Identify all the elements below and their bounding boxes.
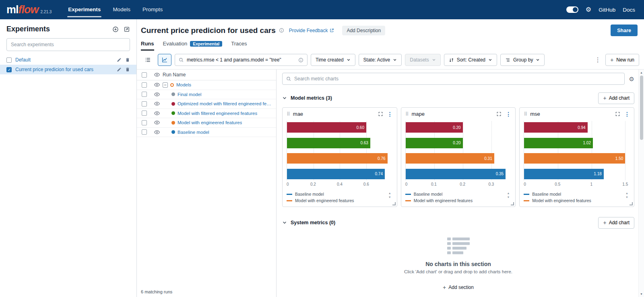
run-name-link[interactable]: Model with filtered engineered features (178, 111, 257, 116)
run-row[interactable]: Optimized model with filtered engineered… (137, 99, 276, 109)
bar[interactable]: 0.35 (406, 169, 506, 179)
resize-handle[interactable] (511, 202, 514, 205)
scroll-down-icon[interactable]: ▼ (507, 196, 510, 199)
bar[interactable]: 1.50 (524, 153, 625, 164)
visibility-toggle-icon[interactable] (151, 101, 163, 107)
experiment-checkbox[interactable] (6, 67, 12, 72)
run-row[interactable]: Final model (137, 90, 276, 100)
nav-link-docs[interactable]: Docs (623, 7, 635, 13)
legend-scroll-arrows[interactable]: ▲▼ (507, 192, 510, 199)
open-experiment-icon[interactable] (124, 26, 130, 33)
bar[interactable]: 0.76 (287, 153, 388, 164)
delete-experiment-icon[interactable] (125, 57, 130, 62)
provide-feedback-link[interactable]: Provide Feedback (289, 28, 334, 33)
delete-experiment-icon[interactable] (125, 67, 130, 72)
drag-handle-icon[interactable]: ⠿ (287, 112, 290, 117)
filter-time-created[interactable]: Time created (311, 54, 355, 66)
bar[interactable]: 0.60 (287, 122, 366, 133)
scroll-up-icon[interactable]: ▲ (625, 192, 628, 195)
vertical-scrollbar[interactable]: ▲ ▼ (638, 70, 644, 297)
chart-settings-gear-icon[interactable]: ⚙ (629, 76, 634, 82)
nav-link-github[interactable]: GitHub (599, 7, 615, 13)
theme-toggle[interactable] (566, 6, 578, 13)
experiment-list-item[interactable]: Current price predicion for used cars (0, 65, 136, 74)
chevron-down-icon[interactable] (282, 96, 287, 100)
resize-handle[interactable] (392, 202, 396, 205)
add-section-button[interactable]: + Add section (282, 285, 634, 290)
query-info-icon[interactable] (298, 57, 303, 63)
run-checkbox[interactable] (142, 111, 147, 116)
filter-sort-created[interactable]: Sort: Created (444, 54, 497, 66)
run-row[interactable]: Model with engineered features (137, 118, 276, 128)
edit-experiment-icon[interactable] (117, 57, 122, 62)
legend-item[interactable]: Baseline model (524, 191, 622, 197)
run-row[interactable]: Model with filtered engineered features (137, 109, 276, 119)
legend-item[interactable]: Model with engineered features (287, 198, 385, 203)
new-experiment-icon[interactable] (112, 26, 119, 33)
run-name-link[interactable]: Model with engineered features (178, 120, 242, 125)
scroll-up-icon[interactable]: ▲ (640, 70, 643, 75)
run-checkbox[interactable] (142, 129, 147, 135)
run-row[interactable]: Baseline model (137, 128, 276, 137)
run-checkbox[interactable] (142, 92, 147, 97)
filter-state-active[interactable]: State: Active (359, 54, 402, 66)
run-name-column-header[interactable]: Run Name (163, 72, 276, 78)
resize-handle[interactable] (630, 202, 633, 205)
legend-scroll-arrows[interactable]: ▲▼ (625, 192, 628, 199)
experiment-list-item[interactable]: Default (0, 55, 136, 65)
drag-handle-icon[interactable]: ⠿ (405, 112, 409, 117)
visibility-all-icon[interactable] (151, 72, 163, 78)
run-name-link[interactable]: Baseline model (178, 130, 209, 135)
experiment-checkbox[interactable] (6, 57, 12, 63)
nav-tab-experiments[interactable]: Experiments (62, 0, 107, 19)
bar[interactable]: 0.63 (287, 138, 370, 148)
runs-search-input[interactable] (187, 57, 295, 63)
bar[interactable]: 0.20 (406, 122, 463, 133)
chart-menu-icon[interactable]: ⋮ (387, 111, 393, 117)
run-checkbox[interactable] (142, 82, 147, 88)
legend-item[interactable]: Model with engineered features (524, 198, 622, 203)
drag-handle-icon[interactable]: ⠿ (524, 112, 527, 117)
legend-item[interactable]: Baseline model (405, 191, 504, 197)
edit-experiment-icon[interactable] (117, 67, 122, 72)
nav-tab-prompts[interactable]: Prompts (136, 0, 169, 19)
visibility-toggle-icon[interactable] (151, 92, 163, 97)
visibility-toggle-icon[interactable] (151, 129, 163, 135)
run-checkbox[interactable] (142, 120, 147, 125)
select-all-checkbox[interactable] (142, 72, 147, 78)
run-group-row[interactable]: −Models (137, 80, 276, 90)
chart-menu-icon[interactable]: ⋮ (506, 111, 511, 117)
run-name-link[interactable]: Optimized model with filtered engineered… (178, 101, 274, 106)
experiment-name[interactable]: Current price predicion for used cars (15, 67, 113, 72)
legend-item[interactable]: Model with engineered features (405, 198, 504, 203)
share-button[interactable]: Share (611, 25, 638, 36)
experiment-name[interactable]: Default (15, 57, 113, 63)
scroll-up-icon[interactable]: ▲ (507, 192, 510, 195)
add-description-button[interactable]: Add Description (342, 26, 385, 35)
toolbar-more-icon[interactable]: ⋮ (593, 54, 602, 66)
bar[interactable]: 0.74 (287, 169, 385, 179)
scroll-up-icon[interactable]: ▲ (388, 192, 391, 195)
metric-chart-search-input[interactable] (294, 76, 621, 82)
chart-view-button[interactable] (158, 54, 171, 66)
chevron-down-icon[interactable] (282, 220, 287, 225)
filter-group-by[interactable]: Group by (500, 54, 545, 66)
nav-tab-models[interactable]: Models (107, 0, 136, 19)
new-run-button[interactable]: + New run (605, 54, 639, 66)
tab-evaluation[interactable]: Evaluation Experimental (163, 41, 223, 51)
visibility-toggle-icon[interactable] (151, 111, 163, 116)
bar[interactable]: 0.94 (524, 122, 587, 133)
legend-scroll-arrows[interactable]: ▲▼ (388, 192, 391, 199)
run-group-name[interactable]: Models (176, 82, 191, 87)
run-name-link[interactable]: Final model (178, 92, 201, 97)
settings-gear-icon[interactable]: ⚙ (586, 6, 591, 13)
visibility-toggle-icon[interactable] (151, 120, 163, 125)
expand-chart-icon[interactable] (378, 111, 383, 117)
scroll-down-icon[interactable]: ▼ (640, 292, 643, 297)
list-view-button[interactable] (141, 54, 155, 66)
scroll-down-icon[interactable]: ▼ (388, 196, 391, 199)
add-chart-button[interactable]: + Add chart (598, 92, 634, 104)
bar[interactable]: 1.18 (524, 169, 603, 179)
tab-traces[interactable]: Traces (231, 41, 247, 51)
run-checkbox[interactable] (142, 101, 147, 107)
